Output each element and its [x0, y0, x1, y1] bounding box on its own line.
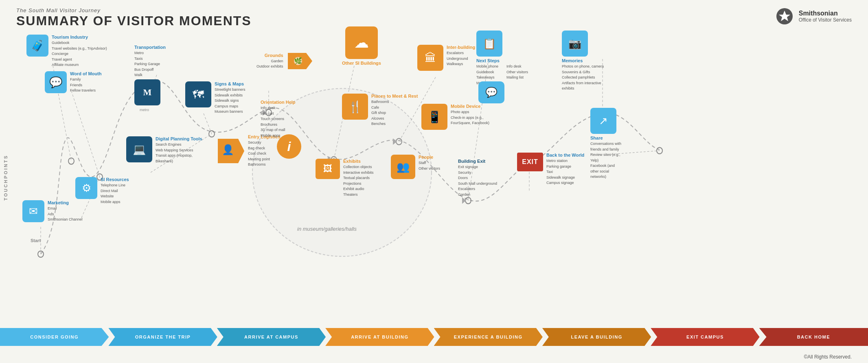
other-si-title: Other SI Buildings	[342, 61, 381, 66]
smithsonian-dept: Office of Visitor Services	[799, 17, 852, 23]
memories-section: 📷 Memories Photos on phone, cameraSouven…	[562, 31, 604, 92]
marketing-items: EmailAdsSmithsonian Channel	[48, 206, 83, 223]
exhibits-items: Collection objectsInteractive exhibitsTe…	[343, 164, 374, 197]
memories-title: Memories	[562, 58, 604, 63]
wom-items: FamilyFriendsFellow travelers	[70, 77, 101, 94]
back-world-items: Metro stationParking garageTaxiSidewalk …	[546, 158, 584, 186]
step-organize-trip: ORGANIZE THE TRIP	[108, 328, 217, 346]
si-resources-title: SI Resources	[101, 177, 129, 182]
other-si-icon: ☁	[345, 26, 378, 59]
grounds-icon: 🌿	[286, 49, 314, 73]
tourism-icon: 🧳	[26, 35, 48, 57]
wom-section: 💬 Word of Mouth FamilyFriendsFellow trav…	[45, 71, 101, 94]
signs-maps-icon: 🗺	[185, 81, 211, 107]
entry-logistics-icon: 👤	[214, 135, 246, 167]
exhibits-icon: 🖼	[316, 159, 340, 179]
mobile-device-section: 📱 Mobile Device Photo appsCheck-in apps …	[421, 104, 489, 130]
marketing-section: ✉ Marketing EmailAdsSmithsonian Channel	[22, 200, 83, 223]
entry-logistics-section: 👤 Entry Logistics SecurityBag checkCoat …	[214, 134, 280, 168]
tourism-content: Tourism Industry GuidebookTravel website…	[52, 35, 107, 68]
digital-planning-content: Digital Planning Tools Search EnginesWeb…	[156, 136, 202, 164]
mobile-device-content: Mobile Device Photo appsCheck-in apps (e…	[451, 104, 489, 126]
si-resources-items: Telephone LineDirect MailWebsiteMobile a…	[101, 183, 129, 205]
places-rest-section: 🍴 Places to Meet & Rest BathroomsCafeGif…	[342, 94, 418, 127]
step-exit-campus: EXIT CAMPUS	[651, 328, 759, 346]
tourism-section: 🧳 Tourism Industry GuidebookTravel websi…	[26, 35, 107, 68]
share-items: Conversations withfriends and familyRevi…	[590, 141, 621, 180]
metro-label: metro	[140, 108, 149, 112]
grounds-content: Grounds GardenOutdoor exhibits	[256, 53, 283, 70]
svg-text:🌿: 🌿	[294, 57, 302, 65]
smithsonian-icon	[776, 7, 793, 25]
svg-text:👤: 👤	[222, 144, 234, 155]
mobile-device-icon: 📱	[421, 104, 447, 130]
svg-point-13	[657, 147, 662, 154]
grounds-items: GardenOutdoor exhibits	[256, 59, 283, 70]
people-items: StaffOther visitors	[419, 160, 440, 171]
next-steps-title: Next Steps	[476, 58, 528, 63]
people-icon: 👥	[391, 155, 415, 179]
svg-point-10	[465, 197, 471, 204]
exhibits-content: Exhibits Collection objectsInteractive e…	[343, 159, 374, 197]
header: The South Mall Visitor Journey SUMMARY O…	[16, 7, 252, 28]
si-resources-icon: ⚙	[75, 177, 97, 199]
next-steps-icon: 📋	[476, 31, 502, 57]
step-consider-going: CONSIDER GOING	[0, 328, 109, 346]
places-rest-items: BathroomsCafeGift shopAlcovesBenches	[371, 99, 418, 127]
chat-icon: 💬	[478, 81, 504, 103]
orientation-help-section: Orientation Help Info deskInfo cartTouch…	[261, 100, 296, 138]
entry-logistics-items: SecurityBag checkCoat checkMeeting point…	[248, 140, 280, 168]
svg-marker-33	[393, 138, 397, 145]
svg-point-3	[68, 158, 74, 164]
grounds-section: Grounds GardenOutdoor exhibits 🌿	[256, 49, 314, 73]
marketing-icon: ✉	[22, 200, 44, 222]
start-label: Start	[31, 238, 41, 243]
share-icon: ↗	[590, 108, 616, 134]
places-rest-title: Places to Meet & Rest	[371, 94, 418, 98]
memories-items: Photos on phone, cameraSouvenirs & Gifts…	[562, 64, 604, 92]
transportation-content: Transportation MetroTaxisParking GarageB…	[134, 45, 166, 78]
share-title: Share	[590, 136, 621, 140]
wom-content: Word of Mouth FamilyFriendsFellow travel…	[70, 71, 101, 94]
svg-point-9	[396, 138, 402, 145]
other-si-section: ☁ Other SI Buildings	[342, 26, 381, 66]
step-leave-building: LEAVE A BUILDING	[542, 328, 651, 346]
header-subtitle: The South Mall Visitor Journey	[16, 7, 252, 13]
si-resources-content: SI Resources Telephone LineDirect MailWe…	[101, 177, 129, 205]
signs-maps-content: Signs & Maps Streetlight bannersSidewalk…	[215, 81, 245, 115]
places-rest-icon: 🍴	[342, 94, 368, 120]
share-section: ↗ Share Conversations withfriends and fa…	[590, 108, 621, 180]
museum-label: in museum/galleries/halls	[297, 226, 357, 232]
svg-point-2	[38, 251, 44, 258]
memories-icon: 📷	[562, 31, 588, 57]
exit-sign: EXIT	[517, 153, 543, 171]
step-arrive-building: ARRIVE AT BUILDING	[325, 328, 434, 346]
exhibits-section: 🖼 Exhibits Collection objectsInteractive…	[316, 159, 374, 197]
inter-building-icon: 🏛	[417, 45, 443, 71]
digital-planning-items: Search EnginesWeb Mapping ServicesTransi…	[156, 142, 202, 164]
people-section: 👥 People StaffOther visitors	[391, 155, 440, 179]
digital-planning-title: Digital Planning Tools	[156, 136, 202, 141]
main-container: The South Mall Visitor Journey SUMMARY O…	[0, 0, 868, 363]
building-exit-title: Building Exit	[458, 159, 497, 164]
metro-icon: M	[134, 79, 160, 105]
wom-title: Word of Mouth	[70, 71, 101, 76]
touchpoints-label: TOUCHPOINTS	[3, 155, 8, 201]
back-world-section: EXIT Back to the World Metro stationPark…	[517, 153, 584, 186]
svg-line-20	[204, 114, 212, 134]
places-rest-content: Places to Meet & Rest BathroomsCafeGift …	[371, 94, 418, 127]
header-title: SUMMARY OF VISITOR MOMENTS	[16, 13, 252, 28]
si-resources-section: ⚙ SI Resources Telephone LineDirect Mail…	[75, 177, 129, 205]
back-world-title: Back to the World	[546, 153, 584, 157]
copyright: ©All Rights Reserved.	[804, 354, 852, 360]
info-icon: i	[277, 134, 301, 159]
tourism-title: Tourism Industry	[52, 35, 107, 39]
transportation-items: MetroTaxisParking GarageBus DropoffWalk	[134, 50, 166, 78]
signs-maps-title: Signs & Maps	[215, 81, 245, 86]
bottom-bar: CONSIDER GOING ORGANIZE THE TRIP ARRIVE …	[0, 328, 868, 346]
wom-icon: 💬	[45, 71, 67, 93]
exhibits-title: Exhibits	[343, 159, 374, 164]
building-exit-section: Building Exit Exit signageSecurityDoorsS…	[458, 159, 497, 197]
step-arrive-campus: ARRIVE AT CAMPUS	[217, 328, 326, 346]
smithsonian-name: Smithsonian	[799, 10, 852, 17]
